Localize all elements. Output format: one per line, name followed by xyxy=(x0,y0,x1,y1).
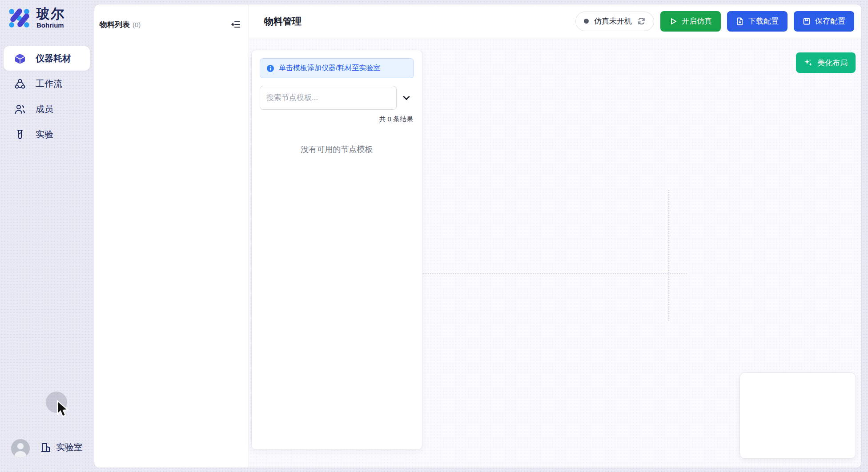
avatar[interactable] xyxy=(11,439,30,458)
app-root: 玻尔 Bohrium 仪器耗材 xyxy=(0,0,868,472)
materials-list-panel: 物料列表 (0) xyxy=(94,4,249,468)
building-icon xyxy=(40,442,52,453)
sidebar-item-workflow[interactable]: 工作流 xyxy=(4,72,90,96)
hint-banner-text: 单击模板添加仪器/耗材至实验室 xyxy=(279,64,380,73)
start-simulation-button[interactable]: 开启仿真 xyxy=(660,11,721,32)
download-config-label: 下载配置 xyxy=(748,16,779,26)
chevron-down-icon[interactable] xyxy=(402,93,411,103)
canvas-guide-vertical xyxy=(668,190,669,321)
info-icon xyxy=(266,64,274,72)
materials-list-count: (0) xyxy=(133,21,141,28)
save-icon xyxy=(803,17,811,25)
empty-template-message: 没有可用的节点模板 xyxy=(260,144,414,155)
cursor-icon xyxy=(56,400,72,419)
header-actions: 仿真未开机 xyxy=(575,11,854,32)
cube-icon xyxy=(14,53,26,64)
sidebar-item-members[interactable]: 成员 xyxy=(4,97,90,121)
experiment-icon xyxy=(14,129,26,140)
lab-switcher[interactable]: 实验室 xyxy=(40,441,83,453)
brand-subtitle: Bohrium xyxy=(36,22,65,29)
play-icon xyxy=(669,17,677,25)
sidebar-item-instruments[interactable]: 仪器耗材 xyxy=(4,46,90,71)
search-input[interactable] xyxy=(260,86,397,110)
brand-name: 玻尔 xyxy=(36,7,65,21)
materials-list-header: 物料列表 (0) xyxy=(100,19,241,30)
download-file-icon xyxy=(736,17,744,25)
refresh-icon[interactable] xyxy=(637,17,646,25)
download-config-button[interactable]: 下载配置 xyxy=(727,11,788,32)
canvas-guide-horizontal xyxy=(421,273,687,274)
search-row xyxy=(260,86,414,110)
sidebar-item-label: 工作流 xyxy=(36,78,62,90)
beautify-layout-button[interactable]: 美化布局 xyxy=(796,52,856,73)
start-simulation-label: 开启仿真 xyxy=(682,16,712,26)
brand: 玻尔 Bohrium xyxy=(7,5,65,30)
content-shell: 物料列表 (0) 物料管理 xyxy=(94,4,861,468)
node-template-panel: 单击模板添加仪器/耗材至实验室 共 0 条结果 没有可用的节点模板 xyxy=(251,50,422,450)
sidebar-footer: 实验室 xyxy=(0,440,94,472)
status-dot xyxy=(584,19,589,24)
members-icon xyxy=(14,104,26,115)
save-config-label: 保存配置 xyxy=(815,16,845,26)
lab-switcher-label: 实验室 xyxy=(56,441,83,453)
workflow-icon xyxy=(14,78,26,90)
minimap-panel[interactable] xyxy=(739,372,856,459)
simulation-status-label: 仿真未开机 xyxy=(594,16,632,26)
main-header: 物料管理 仿真未开机 xyxy=(249,4,861,38)
sidebar: 玻尔 Bohrium 仪器耗材 xyxy=(0,0,94,472)
hint-banner: 单击模板添加仪器/耗材至实验室 xyxy=(260,58,414,78)
sidebar-item-experiments[interactable]: 实验 xyxy=(4,122,90,147)
collapse-panel-icon[interactable] xyxy=(230,19,241,30)
materials-list-title: 物料列表 xyxy=(100,20,130,30)
sidebar-item-label: 仪器耗材 xyxy=(36,52,71,64)
save-config-button[interactable]: 保存配置 xyxy=(794,11,854,32)
main-area: 物料管理 仿真未开机 xyxy=(249,4,861,468)
simulation-status-pill[interactable]: 仿真未开机 xyxy=(575,12,654,31)
beautify-layout-label: 美化布局 xyxy=(817,58,848,68)
page-title: 物料管理 xyxy=(264,15,301,28)
flow-canvas[interactable]: 美化布局 单击模板添加仪器/耗材至实验室 xyxy=(249,38,861,468)
logo-mark-icon xyxy=(7,5,32,30)
results-count: 共 0 条结果 xyxy=(260,115,414,124)
sidebar-nav: 仪器耗材 工作流 xyxy=(4,46,90,147)
sidebar-item-label: 成员 xyxy=(36,103,53,115)
sidebar-item-label: 实验 xyxy=(36,128,53,140)
sparkles-icon xyxy=(804,58,813,67)
